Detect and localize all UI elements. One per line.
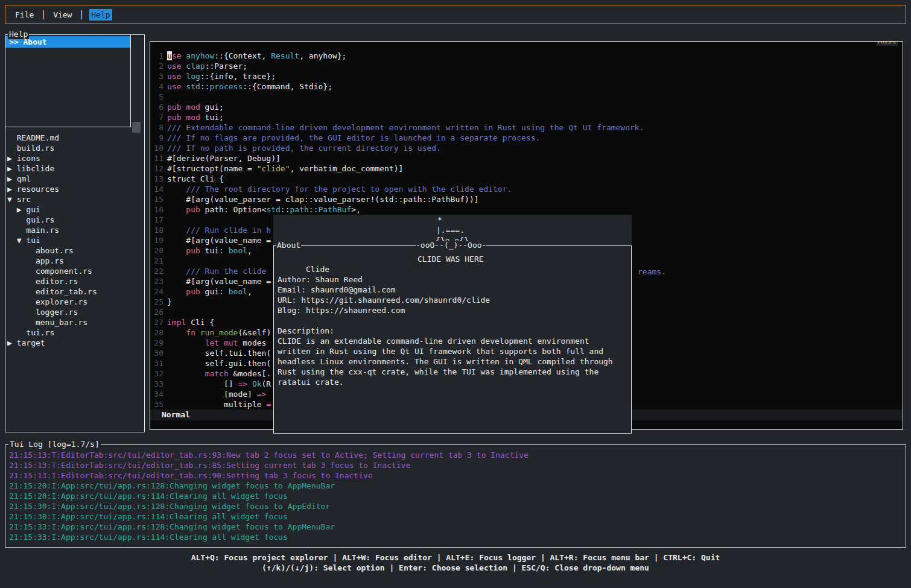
tree-item[interactable]: editor.rs — [5, 276, 144, 286]
tree-item[interactable]: ▶ qml — [5, 174, 144, 184]
log-line: 21:15:13:T:EditorTab:src/tui/editor_tab.… — [9, 460, 906, 470]
tui-log-panel[interactable]: Tui Log [log=1.7/s] 21:15:13:T:EditorTab… — [5, 444, 906, 548]
description-line: ratatui crate. — [274, 377, 631, 387]
about-info-lines: Author: Shaun ReedEmail: shaunrd0@gmail.… — [274, 274, 631, 315]
tree-item[interactable]: app.rs — [5, 256, 144, 266]
log-line: 21:15:13:T:EditorTab:src/tui/editor_tab.… — [9, 450, 906, 460]
about-info-line: Email: shaunrd0@gmail.com — [274, 285, 631, 295]
about-dialog-title: About — [276, 241, 301, 250]
tui-log-title: Tui Log [log=1.7/s] — [8, 440, 101, 449]
tree-item[interactable]: logger.rs — [5, 307, 144, 317]
code-line: 6pub mod gui; — [154, 102, 901, 112]
tree-item[interactable]: README.md — [5, 133, 144, 143]
code-line: 15 #[arg(value_parser = clap::value_pars… — [154, 194, 901, 204]
log-line: 21:15:13:T:EditorTab:src/tui/editor_tab.… — [9, 470, 906, 481]
menu-separator: │ — [79, 10, 84, 20]
about-info-line: Blog: https://shaunreed.com — [274, 305, 631, 315]
log-line: 21:15:30:I:App:src/tui/app.rs:114:Cleari… — [9, 511, 906, 522]
shortcut-bar: ALT+Q: Focus project explorer | ALT+W: F… — [0, 552, 911, 573]
description-line: headless Linux environments. The GUI is … — [274, 356, 631, 367]
shortcut-line-2: (↑/k)/(↓/j): Select option | Enter: Choo… — [0, 563, 911, 573]
description-label: Description: — [274, 326, 631, 336]
code-line: 4use std::process::{Command, Stdio}; — [154, 81, 901, 92]
tree-item[interactable]: gui.rs — [5, 215, 144, 225]
help-dropdown-title: Help — [8, 30, 29, 39]
code-line: 8/// Extendable command-line driven deve… — [154, 122, 901, 133]
code-fragment: reams. — [638, 267, 666, 277]
log-line: 21:15:30:I:App:src/tui/app.rs:128:Changi… — [9, 501, 906, 511]
code-line: 7pub mod tui; — [154, 112, 901, 122]
code-line: 13struct Cli { — [154, 174, 901, 184]
log-line: 21:15:33:I:App:src/tui/app.rs:128:Changi… — [9, 522, 906, 532]
about-dialog: *|.===.{}o o{} About -ooO--(_)--Ooo- Cli… — [273, 215, 632, 434]
tree-item[interactable]: ▼ src — [5, 194, 144, 204]
tree-item[interactable]: ▶ target — [5, 338, 144, 348]
tree-item[interactable]: ▶ icons — [5, 153, 144, 163]
description-line: written in Rust using the Qt UI framewor… — [274, 346, 631, 356]
shortcut-line-1: ALT+Q: Focus project explorer | ALT+W: F… — [0, 552, 911, 563]
tree-item[interactable]: menu_bar.rs — [5, 317, 144, 327]
code-line: 11#[derive(Parser, Debug)] — [154, 153, 901, 163]
file-tree: README.md build.rs▶ icons▶ libclide▶ qml… — [5, 133, 144, 348]
log-line: 21:15:33:I:App:src/tui/app.rs:114:Cleari… — [9, 532, 906, 542]
code-line: 2use clap::Parser; — [154, 61, 901, 71]
log-line: 21:15:20:I:App:src/tui/app.rs:114:Cleari… — [9, 491, 906, 501]
tree-item[interactable]: editor_tab.rs — [5, 286, 144, 297]
tree-item[interactable]: about.rs — [5, 245, 144, 256]
editor-tabs: build.rsgui.rsmain.rsabout.rsLICENSEREAD… — [151, 30, 495, 40]
menu-separator: │ — [41, 10, 46, 20]
ascii-art-feet: -ooO--(_)--Ooo- — [416, 241, 486, 250]
description-line: CLIDE is an extendable command-line driv… — [274, 336, 631, 346]
log-line: 21:15:20:I:App:src/tui/app.rs:128:Changi… — [9, 481, 906, 491]
tree-item[interactable]: ▼ tui — [5, 235, 144, 245]
spacer-row — [274, 264, 631, 274]
tree-item[interactable]: component.rs — [5, 266, 144, 276]
tree-item[interactable]: main.rs — [5, 225, 144, 235]
app-tagline: CLIDE WAS HERE — [417, 254, 484, 264]
log-lines: 21:15:13:T:EditorTab:src/tui/editor_tab.… — [5, 445, 906, 542]
description-line: Rust using the cxx-qt crate, while the T… — [274, 367, 631, 377]
ascii-art-line: |.===. — [436, 225, 465, 235]
ascii-art-line: * — [437, 215, 442, 225]
menu-bar: File │ View │ Help — [5, 5, 906, 24]
tree-item[interactable]: tui.rs — [5, 327, 144, 338]
help-dropdown-menu: Help >> About — [5, 34, 131, 127]
tree-item[interactable]: ▶ resources — [5, 184, 144, 194]
tree-item[interactable]: ▶ libclide — [5, 163, 144, 174]
text-cursor: u — [167, 51, 172, 60]
code-line: 16 pub path: Option<std::path::PathBuf>, — [154, 204, 901, 215]
code-line: 5 — [154, 92, 901, 102]
menu-item-help[interactable]: Help — [89, 9, 112, 21]
about-info-line: URL: https://git.shaunreed.com/shaunrd0/… — [274, 295, 631, 305]
code-line: 10/// If no path is provided, the curren… — [154, 143, 901, 153]
code-line: 3use log::{info, trace}; — [154, 71, 901, 81]
tree-item[interactable]: build.rs — [5, 143, 144, 153]
tree-item[interactable]: explorer.rs — [5, 297, 144, 307]
explorer-scrollbar-thumb[interactable] — [132, 122, 141, 133]
code-line: 14 /// The root directory for the projec… — [154, 184, 901, 194]
code-line: 1use anyhow::{Context, Result, anyhow}; — [154, 51, 901, 61]
tree-item[interactable]: ▶ gui — [5, 204, 144, 215]
code-line: 9/// If no flags are provided, the GUI e… — [154, 133, 901, 143]
menu-item-view[interactable]: View — [51, 9, 74, 21]
about-description: CLIDE is an extendable command-line driv… — [274, 336, 631, 387]
spacer-row — [274, 315, 631, 326]
menu-item-file[interactable]: File — [13, 9, 36, 21]
about-info-line: Author: Shaun Reed — [274, 274, 631, 285]
language-badge: Rust — [877, 41, 898, 46]
about-dialog-box: About -ooO--(_)--Ooo- Clide CLIDE WAS HE… — [273, 245, 632, 434]
about-header-row: Clide CLIDE WAS HERE — [274, 254, 631, 264]
code-line: 12#[structopt(name = "clide", verbatim_d… — [154, 163, 901, 174]
